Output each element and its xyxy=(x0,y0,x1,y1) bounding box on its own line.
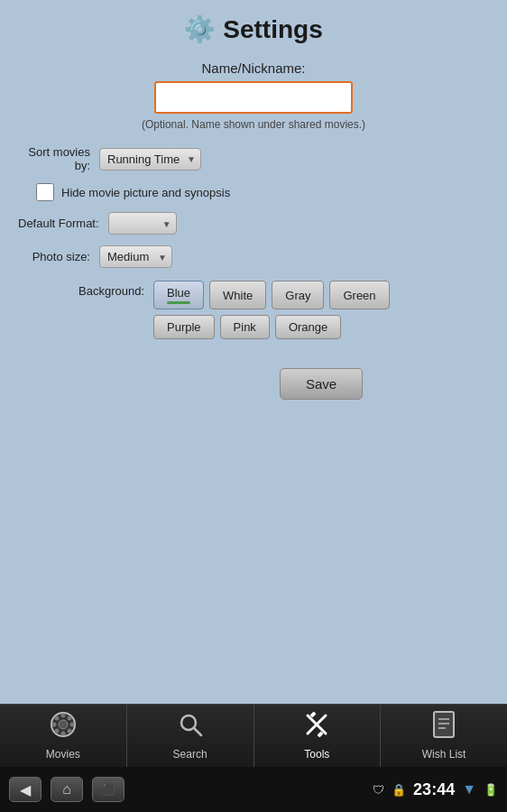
status-right: 🛡 🔒 23:44 ▼ 🔋 xyxy=(373,780,498,799)
hide-movie-label[interactable]: Hide movie picture and synopsis xyxy=(61,186,230,199)
search-icon xyxy=(177,711,204,744)
background-section: Background: Blue White Gray Green Purple… xyxy=(0,281,507,345)
back-icon: ◀ xyxy=(20,781,31,798)
svg-point-9 xyxy=(54,729,59,734)
svg-point-7 xyxy=(67,729,71,734)
photo-size-select[interactable]: Small Medium Large xyxy=(99,245,172,268)
status-bar: ◀ ⌂ ⬛ 🛡 🔒 23:44 ▼ 🔋 xyxy=(0,767,507,812)
nav-item-tools[interactable]: Tools xyxy=(254,705,382,767)
svg-point-5 xyxy=(69,723,74,727)
shield-icon: 🛡 xyxy=(373,783,384,797)
main-content: ⚙️ Settings Name/Nickname: (Optional. Na… xyxy=(0,0,507,731)
nav-item-movies[interactable]: Movies xyxy=(0,705,127,767)
svg-point-6 xyxy=(54,716,59,721)
sort-row: Sort movies by: Running Time Title Year … xyxy=(0,145,507,172)
svg-line-11 xyxy=(194,728,201,735)
photo-size-label: Photo size: xyxy=(18,250,90,263)
photo-size-row: Photo size: Small Medium Large xyxy=(0,245,507,268)
page-title: Settings xyxy=(223,15,322,44)
sort-label: Sort movies by: xyxy=(18,145,90,172)
nav-item-search[interactable]: Search xyxy=(127,705,254,767)
nav-label-movies: Movies xyxy=(46,748,80,761)
home-button[interactable]: ⌂ xyxy=(51,777,83,802)
nav-label-tools: Tools xyxy=(304,748,329,761)
default-format-label: Default Format: xyxy=(18,217,99,230)
movies-icon xyxy=(50,711,77,744)
bg-buttons-row1: Blue White Gray Green xyxy=(153,281,390,309)
back-button[interactable]: ◀ xyxy=(9,777,41,802)
bg-green-button[interactable]: Green xyxy=(329,281,389,309)
bg-blue-button[interactable]: Blue xyxy=(153,281,204,309)
blue-selected-indicator xyxy=(167,301,190,304)
photo-size-select-wrapper: Small Medium Large xyxy=(99,245,172,268)
name-hint: (Optional. Name shown under shared movie… xyxy=(142,118,365,131)
sort-select-wrapper: Running Time Title Year Rating xyxy=(99,148,201,171)
hide-movie-row: Hide movie picture and synopsis xyxy=(18,183,507,201)
bg-pink-button[interactable]: Pink xyxy=(220,315,270,339)
svg-point-4 xyxy=(51,723,56,727)
save-row: Save xyxy=(0,361,507,400)
bg-orange-button[interactable]: Orange xyxy=(275,315,341,339)
name-label: Name/Nickname: xyxy=(201,60,305,76)
tools-icon xyxy=(303,711,330,744)
lock-icon: 🔒 xyxy=(392,783,406,797)
default-format-select[interactable]: DVD Blu-ray Digital xyxy=(108,212,177,235)
nav-item-wishlist[interactable]: Wish List xyxy=(381,705,507,767)
default-format-select-wrapper: DVD Blu-ray Digital xyxy=(108,212,177,235)
svg-point-2 xyxy=(60,714,65,718)
name-input[interactable] xyxy=(154,81,353,114)
settings-icon: ⚙️ xyxy=(184,14,216,44)
bg-white-button[interactable]: White xyxy=(209,281,266,309)
nav-label-wishlist: Wish List xyxy=(422,748,466,761)
form-area: Name/Nickname: (Optional. Name shown und… xyxy=(0,60,507,400)
default-format-row: Default Format: DVD Blu-ray Digital xyxy=(0,212,507,235)
svg-point-3 xyxy=(60,732,65,736)
bg-purple-button[interactable]: Purple xyxy=(153,315,215,339)
background-label: Background: xyxy=(18,281,144,298)
signal-icon: ▼ xyxy=(462,781,476,798)
svg-point-8 xyxy=(67,716,71,721)
save-button[interactable]: Save xyxy=(280,368,363,400)
sort-select[interactable]: Running Time Title Year Rating xyxy=(99,148,201,171)
title-row: ⚙️ Settings xyxy=(184,14,322,44)
bottom-nav: Movies Search Tools xyxy=(0,704,507,767)
nav-label-search: Search xyxy=(173,748,207,761)
time-display: 23:44 xyxy=(413,780,455,799)
apps-icon: ⬛ xyxy=(102,783,115,796)
wishlist-icon xyxy=(431,711,456,744)
bg-buttons-row2: Purple Pink Orange xyxy=(153,315,390,339)
svg-rect-16 xyxy=(434,712,454,737)
home-icon: ⌂ xyxy=(62,781,71,798)
hide-movie-checkbox[interactable] xyxy=(36,183,54,201)
apps-button[interactable]: ⬛ xyxy=(92,777,124,802)
svg-point-1 xyxy=(59,720,68,729)
battery-icon: 🔋 xyxy=(484,783,498,797)
status-left: ◀ ⌂ ⬛ xyxy=(9,777,124,802)
bg-gray-button[interactable]: Gray xyxy=(272,281,324,309)
